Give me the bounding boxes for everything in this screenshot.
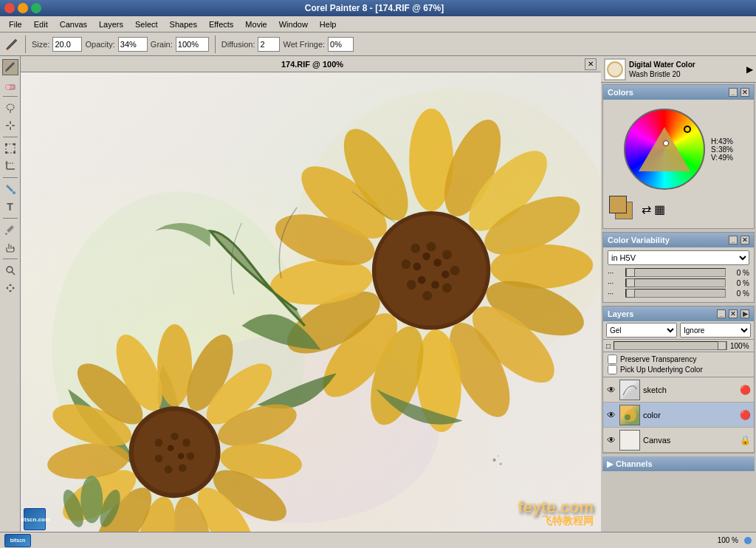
grain-input[interactable] — [176, 37, 209, 52]
opacity-input[interactable] — [118, 37, 148, 52]
svg-point-80 — [168, 445, 174, 452]
menu-shapes[interactable]: Shapes — [164, 18, 203, 30]
svg-point-64 — [131, 493, 182, 532]
colors-panel-body: H: 43% S: 38% V: 49% — [603, 100, 754, 228]
h-value: 43% — [718, 137, 733, 145]
svg-point-75 — [187, 452, 195, 460]
brush-preview-icon — [604, 58, 626, 81]
svg-rect-2 — [6, 85, 10, 89]
menu-window[interactable]: Window — [273, 18, 314, 30]
menu-edit[interactable]: Edit — [28, 18, 54, 30]
minimize-button[interactable] — [18, 3, 28, 13]
svg-point-89 — [608, 62, 622, 77]
diffusion-input[interactable] — [258, 37, 280, 52]
color-hsv-display: H: 43% S: 38% V: 49% — [711, 137, 733, 162]
magic-wand-button[interactable] — [2, 117, 18, 134]
fill-tool-button[interactable] — [2, 181, 18, 197]
color-variability-mode-select[interactable]: in H5V — [608, 250, 749, 265]
svg-point-79 — [155, 439, 163, 447]
eyedropper-tool-button[interactable] — [2, 222, 18, 238]
layer-item-color[interactable]: 👁 color 🔴 — [603, 403, 754, 428]
layer-item-sketch[interactable]: 👁 sketch 🔴 — [603, 377, 754, 403]
menu-effects[interactable]: Effects — [203, 18, 239, 30]
cv-slider-1[interactable] — [625, 268, 726, 277]
bud-group — [59, 476, 124, 530]
lasso-tool-button[interactable] — [2, 100, 18, 116]
colors-panel-title: Colors — [608, 88, 633, 97]
menu-help[interactable]: Help — [314, 18, 343, 30]
layer-eye-sketch[interactable]: 👁 — [606, 385, 616, 395]
maximize-button[interactable] — [31, 3, 41, 13]
window-controls[interactable] — [4, 3, 41, 13]
text-tool-button[interactable]: T — [2, 199, 18, 215]
close-button[interactable] — [4, 3, 15, 13]
zoom-tool-button[interactable] — [2, 262, 18, 278]
size-input[interactable] — [52, 37, 82, 52]
cv-slider-3[interactable] — [625, 289, 726, 298]
opacity-label: Opacity: — [85, 40, 114, 49]
brush-tool-button[interactable] — [2, 59, 18, 75]
menu-layers[interactable]: Layers — [93, 18, 129, 30]
layer-eye-color[interactable]: 👁 — [606, 410, 616, 420]
layer-options-sketch[interactable]: 🔴 — [740, 385, 751, 395]
bottom-logo: bitscn — [4, 534, 31, 547]
pick-underlying-checkbox[interactable] — [608, 365, 617, 374]
layer-thumb-color — [619, 405, 640, 425]
svg-rect-12 — [5, 151, 7, 154]
svg-point-82 — [80, 476, 103, 523]
pick-underlying-label: Pick Up Underlying Color — [620, 366, 703, 374]
layer-item-canvas[interactable]: 👁 Canvas 🔒 — [603, 428, 754, 453]
swatch-stack[interactable] — [609, 196, 636, 222]
canvas-close-btn[interactable]: ✕ — [585, 58, 597, 70]
hue-indicator — [684, 126, 691, 133]
color-wheel[interactable] — [624, 109, 705, 190]
menu-select[interactable]: Select — [129, 18, 164, 30]
colors-minimize-btn[interactable]: _ — [729, 88, 738, 97]
colors-close-btn[interactable]: ✕ — [740, 88, 749, 97]
color-var-close-btn[interactable]: ✕ — [740, 236, 749, 244]
channels-bar[interactable]: ▶ Channels — [602, 456, 755, 471]
canvas-area[interactable]: feyte.com 飞特教程网 bitscn.com — [21, 72, 601, 532]
color-var-minimize-btn[interactable]: _ — [729, 236, 738, 244]
svg-point-86 — [500, 463, 502, 465]
menu-movie[interactable]: Movie — [239, 18, 272, 30]
color-triangle — [639, 127, 690, 171]
composite-method-select[interactable]: Gel — [606, 323, 677, 338]
brush-tool-icon[interactable] — [4, 37, 19, 52]
channels-arrow-icon: ▶ — [607, 459, 613, 469]
canvas-title: 174.RIF @ 100% — [40, 60, 585, 69]
hand-tool-button[interactable] — [2, 239, 18, 256]
color-sets-icon[interactable]: ▦ — [654, 202, 665, 216]
swap-colors-icon[interactable]: ⇄ — [642, 202, 651, 216]
brush-menu-arrow[interactable]: ▶ — [746, 64, 753, 75]
svg-point-22 — [297, 89, 601, 373]
cv-slider-2[interactable] — [625, 278, 726, 287]
layer-opacity-slider[interactable] — [614, 341, 727, 350]
layers-minimize-btn[interactable]: _ — [717, 309, 726, 318]
svg-point-37 — [269, 205, 380, 275]
layers-menu-btn[interactable]: ▶ — [740, 309, 749, 318]
layer-options-color[interactable]: 🔴 — [740, 410, 751, 420]
preserve-transparency-checkbox[interactable] — [608, 355, 617, 364]
transform-tool-button[interactable] — [2, 140, 18, 157]
logo-box: bitscn.com — [24, 508, 46, 530]
foreground-color-swatch[interactable] — [609, 196, 627, 213]
menubar: File Edit Canvas Layers Select Shapes Ef… — [0, 16, 756, 32]
cv-row-1: ··· 0 % — [608, 268, 749, 277]
blend-mode-select[interactable]: Ignore — [680, 323, 751, 338]
menu-file[interactable]: File — [3, 18, 28, 30]
wet-fringe-input[interactable] — [328, 37, 354, 52]
svg-point-41 — [376, 215, 487, 326]
eraser-tool-button[interactable] — [2, 77, 18, 93]
color-wheel-dot[interactable] — [663, 140, 669, 146]
crop-tool-button[interactable] — [2, 158, 18, 174]
cv-value-3: 0 % — [729, 290, 749, 298]
svg-point-48 — [401, 259, 410, 269]
layers-close-btn[interactable]: ✕ — [729, 309, 738, 318]
svg-point-24 — [409, 109, 453, 211]
pan-tool-button[interactable] — [2, 280, 18, 296]
svg-point-54 — [413, 263, 421, 271]
main-area: T 174.RIF @ 100% ✕ — [0, 56, 756, 532]
menu-canvas[interactable]: Canvas — [54, 18, 93, 30]
layer-eye-canvas[interactable]: 👁 — [606, 435, 616, 445]
